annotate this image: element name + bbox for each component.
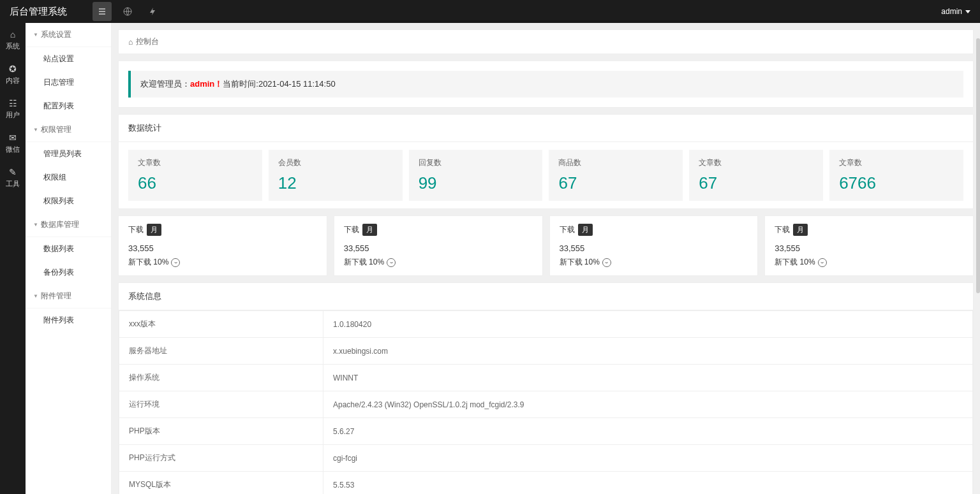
info-value: x.xuebingsi.com xyxy=(323,338,973,365)
nav-group-title[interactable]: 附件管理 xyxy=(26,284,111,309)
download-title-text: 下载 xyxy=(344,224,359,235)
smile-icon: ⌣ xyxy=(171,258,180,267)
stat-label: 文章数 xyxy=(699,157,813,168)
welcome-admin: admin！ xyxy=(190,79,223,89)
table-row: 运行环境Apache/2.4.23 (Win32) OpenSSL/1.0.2j… xyxy=(119,391,973,418)
sysinfo-title: 系统信息 xyxy=(119,283,973,310)
stats-panel: 数据统计 文章数66会员数12回复数99商品数67文章数67文章数6766 xyxy=(118,114,974,209)
welcome-panel: 欢迎管理员：admin！当前时间:2021-04-15 11:14:50 xyxy=(118,61,974,108)
nav-item[interactable]: 数据列表 xyxy=(26,237,111,261)
smile-icon: ⌣ xyxy=(387,258,396,267)
table-row: PHP运行方式cgi-fcgi xyxy=(119,445,973,472)
info-label: 运行环境 xyxy=(119,391,323,418)
nav-group-title[interactable]: 权限管理 xyxy=(26,118,111,142)
nav-item[interactable]: 管理员列表 xyxy=(26,142,111,166)
scrollbar[interactable] xyxy=(976,38,980,494)
sidebar-item-content[interactable]: ✪ 内容 xyxy=(0,57,26,92)
stat-value: 67 xyxy=(699,173,813,193)
sidebar-item-tools[interactable]: ✎ 工具 xyxy=(0,161,26,195)
download-title-text: 下载 xyxy=(560,224,575,235)
nav-item[interactable]: 配置列表 xyxy=(26,94,111,118)
info-value: Apache/2.4.23 (Win32) OpenSSL/1.0.2j mod… xyxy=(323,391,973,418)
users-icon: ☷ xyxy=(0,98,26,108)
table-row: xxx版本1.0.180420 xyxy=(119,311,973,338)
download-detail: 新下载 10% ⌣ xyxy=(560,257,748,268)
user-name: admin xyxy=(941,7,962,16)
download-badge: 月 xyxy=(147,224,161,236)
nav-item[interactable]: 附件列表 xyxy=(26,309,111,332)
download-detail: 新下载 10% ⌣ xyxy=(128,257,317,268)
info-label: MYSQL版本 xyxy=(119,472,323,495)
info-label: PHP运行方式 xyxy=(119,445,323,472)
download-number: 33,555 xyxy=(775,243,963,253)
download-card: 下载月33,555新下载 10% ⌣ xyxy=(764,215,974,276)
wechat-icon: ✉ xyxy=(0,133,26,143)
info-value: cgi-fcgi xyxy=(323,445,973,472)
download-card: 下载月33,555新下载 10% ⌣ xyxy=(118,215,327,276)
nav-group-title[interactable]: 系统设置 xyxy=(26,23,111,47)
stats-title: 数据统计 xyxy=(119,115,973,142)
info-label: 操作系统 xyxy=(119,365,323,391)
download-badge: 月 xyxy=(793,224,808,236)
menu-toggle-icon[interactable] xyxy=(93,2,112,21)
stat-label: 商品数 xyxy=(558,157,673,168)
download-title-text: 下载 xyxy=(775,224,790,235)
dropdown-icon xyxy=(965,10,970,13)
nav-item[interactable]: 权限组 xyxy=(26,166,111,189)
info-value: 5.5.53 xyxy=(323,472,973,495)
welcome-time: 当前时间:2021-04-15 11:14:50 xyxy=(223,79,335,89)
stat-value: 12 xyxy=(278,173,393,193)
table-row: MYSQL版本5.5.53 xyxy=(119,472,973,495)
globe-icon: ✪ xyxy=(0,64,26,74)
top-header: 后台管理系统 admin xyxy=(0,0,980,23)
sidebar-item-users[interactable]: ☷ 用户 xyxy=(0,92,26,126)
stat-card: 回复数99 xyxy=(409,150,543,201)
logo: 后台管理系统 xyxy=(10,6,86,18)
info-label: PHP版本 xyxy=(119,418,323,445)
nav-group-title[interactable]: 数据库管理 xyxy=(26,213,111,237)
info-value: 1.0.180420 xyxy=(323,311,973,338)
stat-card: 文章数66 xyxy=(128,150,262,201)
welcome-prefix: 欢迎管理员： xyxy=(140,79,190,89)
home-breadcrumb-icon: ⌂ xyxy=(128,38,133,47)
stat-card: 文章数6766 xyxy=(829,150,963,201)
nav-item[interactable]: 权限列表 xyxy=(26,189,111,213)
stat-card: 商品数67 xyxy=(549,150,683,201)
smile-icon: ⌣ xyxy=(602,258,611,267)
table-row: 操作系统WINNT xyxy=(119,365,973,391)
sysinfo-table: xxx版本1.0.180420服务器地址x.xuebingsi.com操作系统W… xyxy=(119,310,973,494)
stat-card: 会员数12 xyxy=(269,150,403,201)
user-menu[interactable]: admin xyxy=(941,7,970,16)
wrench-icon: ✎ xyxy=(0,167,26,177)
wide-sidebar: 系统设置站点设置日志管理配置列表权限管理管理员列表权限组权限列表数据库管理数据列… xyxy=(26,23,112,494)
cache-header-icon[interactable] xyxy=(144,2,163,21)
info-label: 服务器地址 xyxy=(119,338,323,365)
main-content: ⌂ 控制台 欢迎管理员：admin！当前时间:2021-04-15 11:14:… xyxy=(112,23,980,494)
stat-label: 文章数 xyxy=(138,157,253,168)
sidebar-item-wechat[interactable]: ✉ 微信 xyxy=(0,126,26,161)
nav-item[interactable]: 站点设置 xyxy=(26,47,111,71)
info-value: WINNT xyxy=(323,365,973,391)
smile-icon: ⌣ xyxy=(818,258,827,267)
download-badge: 月 xyxy=(362,224,377,236)
globe-header-icon[interactable] xyxy=(118,2,137,21)
breadcrumb: ⌂ 控制台 xyxy=(118,29,974,54)
download-number: 33,555 xyxy=(560,243,748,253)
info-value: 5.6.27 xyxy=(323,418,973,445)
home-icon: ⌂ xyxy=(0,29,26,40)
stat-label: 会员数 xyxy=(278,157,393,168)
download-badge: 月 xyxy=(578,224,593,236)
stat-value: 99 xyxy=(419,173,533,193)
download-number: 33,555 xyxy=(344,243,533,253)
breadcrumb-text: 控制台 xyxy=(136,36,159,47)
stat-value: 6766 xyxy=(839,173,954,193)
table-row: PHP版本5.6.27 xyxy=(119,418,973,445)
sidebar-item-system[interactable]: ⌂ 系统 xyxy=(0,23,26,57)
stat-value: 66 xyxy=(138,173,253,193)
download-detail: 新下载 10% ⌣ xyxy=(344,257,533,268)
stat-label: 回复数 xyxy=(419,157,533,168)
stat-label: 文章数 xyxy=(839,157,954,168)
nav-item[interactable]: 备份列表 xyxy=(26,261,111,284)
sysinfo-panel: 系统信息 xxx版本1.0.180420服务器地址x.xuebingsi.com… xyxy=(118,282,974,494)
nav-item[interactable]: 日志管理 xyxy=(26,71,111,94)
